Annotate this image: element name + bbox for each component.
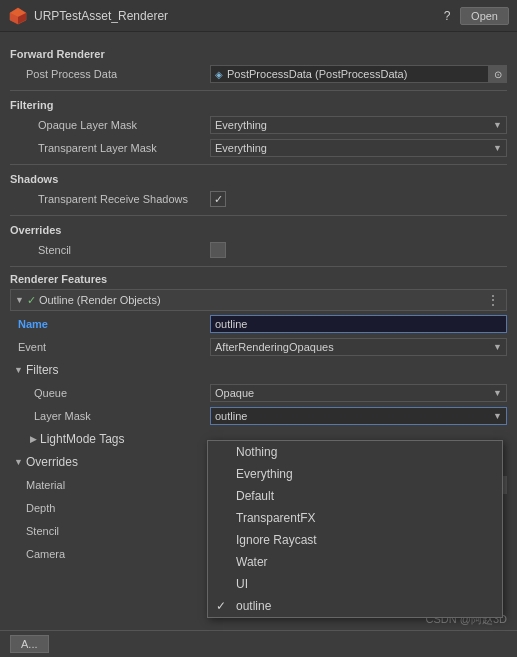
opaque-layer-mask-row: Opaque Layer Mask Everything ▼ [10,115,507,135]
layer-mask-text: outline [215,410,493,422]
queue-row: Queue Opaque ▼ [10,383,507,403]
outline-event-text: AfterRenderingOpaques [215,341,493,353]
layer-mask-dropdown-popup: Nothing Everything Default TransparentFX… [207,440,503,618]
post-process-data-field[interactable]: ◈ PostProcessData (PostProcessData) [210,65,489,83]
outline-event-row: Event AfterRenderingOpaques ▼ [10,337,507,357]
outline-enabled-icon[interactable]: ✓ [27,294,36,307]
transparent-receive-shadows-label: Transparent Receive Shadows [10,193,210,205]
transparent-layer-mask-label: Transparent Layer Mask [10,142,210,154]
opaque-layer-mask-text: Everything [215,119,493,131]
outline-name-label: Name [10,318,210,330]
transparent-receive-shadows-row: Transparent Receive Shadows [10,189,507,209]
forward-renderer-section: Forward Renderer [10,48,507,60]
post-process-data-label: Post Process Data [10,68,210,80]
filters-header-row: ▼ Filters [10,360,507,380]
outline-event-dropdown[interactable]: AfterRenderingOpaques ▼ [210,338,507,356]
shadows-section: Shadows [10,173,507,185]
main-content: Forward Renderer Post Process Data ◈ Pos… [0,32,517,657]
post-process-icon: ◈ [215,69,223,80]
material-label: Material [10,479,210,491]
overrides-detail-header: ▼ Overrides [10,455,78,469]
transparent-layer-mask-value: Everything ▼ [210,139,507,157]
layer-mask-arrow: ▼ [493,411,502,421]
lightmode-tags-label: LightMode Tags [40,432,125,446]
layer-mask-value: outline ▼ [210,407,507,425]
transparent-receive-shadows-checkbox[interactable] [210,191,226,207]
stencil-override-label: Stencil [10,525,210,537]
help-button[interactable]: ? [438,7,456,25]
opaque-layer-mask-label: Opaque Layer Mask [10,119,210,131]
transparent-layer-mask-dropdown[interactable]: Everything ▼ [210,139,507,157]
outline-name-input[interactable] [210,315,507,333]
lightmode-collapse-icon[interactable]: ▶ [30,434,37,444]
outline-event-label: Event [10,341,210,353]
overrides-section: Overrides [10,224,507,236]
divider-3 [10,215,507,216]
post-process-data-picker[interactable]: ⊙ [489,65,507,83]
queue-arrow: ▼ [493,388,502,398]
opaque-layer-mask-value: Everything ▼ [210,116,507,134]
add-button[interactable]: A... [10,635,49,653]
outline-feature-item: ▼ ✓ Outline (Render Objects) ⋮ [10,289,507,311]
overrides-detail-collapse-icon[interactable]: ▼ [14,457,23,467]
outline-feature-label: Outline (Render Objects) [39,294,484,306]
outline-collapse-icon[interactable]: ▼ [15,295,24,305]
divider-4 [10,266,507,267]
stencil-label: Stencil [10,244,210,256]
transparent-layer-mask-text: Everything [215,142,493,154]
stencil-row: Stencil [10,240,507,260]
dropdown-item-outline[interactable]: outline [208,595,502,617]
filters-collapse-icon[interactable]: ▼ [14,365,23,375]
app-icon [8,6,28,26]
overrides-detail-label: Overrides [26,455,78,469]
bottom-bar: A... [0,630,517,657]
queue-dropdown[interactable]: Opaque ▼ [210,384,507,402]
transparent-receive-shadows-value [210,191,507,207]
depth-label: Depth [10,502,210,514]
title-actions: ? Open [438,7,509,25]
layer-mask-row: Layer Mask outline ▼ [10,406,507,426]
queue-value: Opaque ▼ [210,384,507,402]
opaque-layer-mask-dropdown[interactable]: Everything ▼ [210,116,507,134]
filters-header: ▼ Filters [10,363,59,377]
dropdown-item-ignore-raycast[interactable]: Ignore Raycast [208,529,502,551]
outline-options-button[interactable]: ⋮ [484,292,502,308]
stencil-value [210,242,507,258]
outline-event-value: AfterRenderingOpaques ▼ [210,338,507,356]
transparent-layer-mask-arrow: ▼ [493,143,502,153]
divider-2 [10,164,507,165]
outline-event-arrow: ▼ [493,342,502,352]
title-bar: URPTestAsset_Renderer ? Open [0,0,517,32]
open-button[interactable]: Open [460,7,509,25]
post-process-data-text: PostProcessData (PostProcessData) [227,68,407,80]
divider-1 [10,90,507,91]
window-title: URPTestAsset_Renderer [34,9,438,23]
opaque-layer-mask-arrow: ▼ [493,120,502,130]
transparent-layer-mask-row: Transparent Layer Mask Everything ▼ [10,138,507,158]
dropdown-item-water[interactable]: Water [208,551,502,573]
outline-name-value [210,315,507,333]
renderer-features-section: Renderer Features [10,273,507,285]
layer-mask-label: Layer Mask [10,410,210,422]
stencil-checkbox[interactable] [210,242,226,258]
post-process-data-value: ◈ PostProcessData (PostProcessData) ⊙ [210,65,507,83]
filtering-section: Filtering [10,99,507,111]
filters-label: Filters [26,363,59,377]
post-process-data-row: Post Process Data ◈ PostProcessData (Pos… [10,64,507,84]
queue-label: Queue [10,387,210,399]
layer-mask-dropdown[interactable]: outline ▼ [210,407,507,425]
lightmode-tags-header: ▶ LightMode Tags [10,432,125,446]
dropdown-item-everything[interactable]: Everything [208,463,502,485]
dropdown-item-nothing[interactable]: Nothing [208,441,502,463]
queue-text: Opaque [215,387,493,399]
dropdown-item-ui[interactable]: UI [208,573,502,595]
camera-label: Camera [10,548,210,560]
dropdown-item-transparentfx[interactable]: TransparentFX [208,507,502,529]
dropdown-item-default[interactable]: Default [208,485,502,507]
outline-name-row: Name [10,314,507,334]
